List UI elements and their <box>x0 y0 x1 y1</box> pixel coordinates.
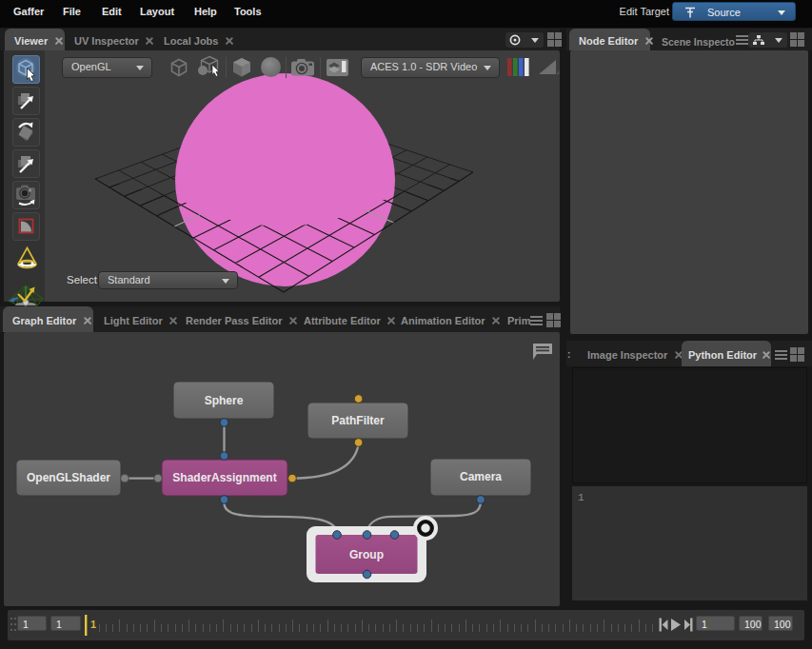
svg-text:OpenGLShader: OpenGLShader <box>27 471 110 484</box>
svg-text:1: 1 <box>90 619 96 630</box>
svg-text:ShaderAssignment: ShaderAssignment <box>172 471 276 484</box>
svg-text:PathFilter: PathFilter <box>331 414 385 427</box>
svg-text:Sphere: Sphere <box>205 394 244 407</box>
svg-text:Group: Group <box>349 548 384 561</box>
svg-text:Camera: Camera <box>460 470 502 483</box>
